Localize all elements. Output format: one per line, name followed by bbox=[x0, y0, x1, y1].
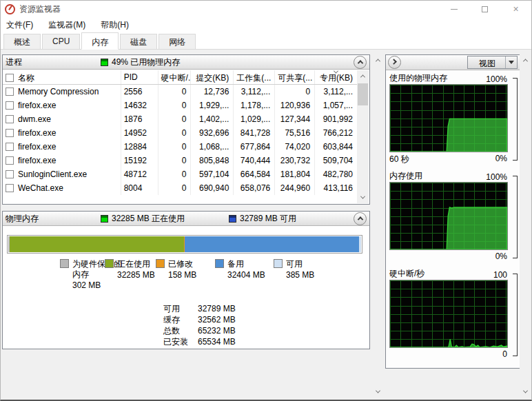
cell-commit: 1,929,... bbox=[191, 99, 234, 112]
titlebar[interactable]: 资源监视器 × bbox=[1, 1, 531, 17]
views-button[interactable]: 视图 bbox=[467, 56, 518, 69]
scroll-down-arrow[interactable] bbox=[520, 386, 531, 398]
chevron-up-icon bbox=[375, 59, 380, 63]
column-header-private[interactable]: 专用(KB) bbox=[315, 70, 357, 84]
cell-ws: 664,584 bbox=[234, 167, 275, 181]
charts-toolbar: 视图 bbox=[386, 55, 520, 70]
process-panel: 进程 49% 已用物理内存 名称 PID 硬中断/... 提交(KB) 工作集(… bbox=[2, 54, 370, 205]
select-all-checkbox[interactable] bbox=[6, 74, 14, 82]
standby-swatch-icon bbox=[215, 259, 224, 268]
close-icon: × bbox=[513, 4, 518, 14]
cell-ws: 1,029,... bbox=[234, 112, 275, 126]
cell-priv: 482,780 bbox=[315, 167, 357, 181]
left-pane-scrollbar[interactable] bbox=[372, 54, 383, 398]
cell-commit: 805,848 bbox=[191, 154, 234, 167]
scroll-up-arrow[interactable] bbox=[520, 54, 531, 66]
cell-pid: 15192 bbox=[121, 154, 158, 167]
column-header-working-set[interactable]: 工作集(... bbox=[234, 70, 275, 84]
tab-memory[interactable]: 内存 bbox=[81, 32, 119, 50]
chart-memory-usage: 内存使用 100% 0% bbox=[386, 168, 520, 266]
process-checkbox[interactable] bbox=[6, 115, 14, 123]
process-row[interactable]: firefox.exe151920805,848740,444230,73250… bbox=[3, 154, 357, 167]
available-swatch-icon bbox=[229, 215, 236, 223]
scroll-up-arrow[interactable] bbox=[372, 54, 383, 66]
column-header-pid[interactable]: PID bbox=[121, 70, 158, 84]
cell-pid: 8004 bbox=[121, 181, 158, 195]
process-checkbox[interactable] bbox=[6, 129, 14, 137]
process-checkbox[interactable] bbox=[6, 156, 14, 165]
column-header-hard-faults[interactable]: 硬中断/... bbox=[158, 70, 192, 84]
app-icon bbox=[5, 4, 15, 14]
tab-network[interactable]: 网络 bbox=[158, 34, 196, 49]
process-row[interactable]: SunloginClient.exe487120597,104664,58418… bbox=[3, 167, 357, 181]
right-pane-scrollbar[interactable] bbox=[520, 54, 531, 398]
views-button-label: 视图 bbox=[468, 56, 505, 68]
close-button[interactable]: × bbox=[500, 1, 531, 17]
expand-panel-button[interactable] bbox=[388, 56, 401, 69]
menu-file[interactable]: 文件(F) bbox=[6, 19, 33, 31]
available-label: 32789 MB 可用 bbox=[240, 213, 296, 225]
menu-monitor[interactable]: 监视器(M) bbox=[48, 19, 85, 31]
tab-overview[interactable]: 概述 bbox=[3, 34, 41, 49]
cell-share: 74,020 bbox=[275, 140, 315, 154]
chevron-up-icon bbox=[522, 59, 527, 63]
scroll-down-arrow[interactable] bbox=[357, 192, 369, 203]
cell-hard: 0 bbox=[158, 99, 192, 112]
cell-commit: 597,104 bbox=[191, 167, 234, 181]
process-panel-collapse-button[interactable] bbox=[354, 56, 367, 69]
process-row[interactable]: firefox.exe149520932,696841,72875,516766… bbox=[3, 126, 357, 140]
cell-priv: 509,704 bbox=[315, 154, 357, 167]
chart-axis-bracket bbox=[513, 78, 518, 161]
cell-ws: 1,178,... bbox=[234, 99, 275, 112]
views-dropdown-arrow[interactable] bbox=[505, 56, 517, 68]
cell-ws: 3,112,... bbox=[234, 85, 275, 99]
resource-monitor-window: 资源监视器 × 文件(F) 监视器(M) 帮助(H) 概述 CPU 内存 磁盘 … bbox=[0, 0, 532, 401]
scroll-up-arrow[interactable] bbox=[357, 70, 369, 82]
process-row[interactable]: firefox.exe1463201,929,...1,178,...120,9… bbox=[3, 99, 357, 112]
process-table-scrollbar[interactable] bbox=[357, 70, 369, 203]
tab-disk[interactable]: 磁盘 bbox=[120, 34, 157, 49]
cell-share: 0 bbox=[275, 85, 315, 99]
process-checkbox[interactable] bbox=[6, 101, 14, 110]
tab-cpu[interactable]: CPU bbox=[42, 34, 80, 49]
content-area: 进程 49% 已用物理内存 名称 PID 硬中断/... 提交(KB) 工作集(… bbox=[1, 50, 531, 400]
scroll-down-arrow[interactable] bbox=[372, 386, 383, 398]
column-header-shareable[interactable]: 可共享(... bbox=[275, 70, 315, 84]
cell-name: firefox.exe bbox=[3, 140, 121, 154]
minimize-button[interactable] bbox=[438, 1, 469, 17]
menu-help[interactable]: 帮助(H) bbox=[101, 19, 129, 31]
cell-share: 75,516 bbox=[275, 126, 315, 140]
maximize-button[interactable] bbox=[469, 1, 500, 17]
cell-pid: 1876 bbox=[121, 112, 158, 126]
memory-composition-bar-frame bbox=[7, 235, 362, 254]
scrollbar-thumb[interactable] bbox=[358, 83, 368, 105]
legend-in-use: 正在使用 32285 MB bbox=[105, 259, 155, 280]
physical-memory-collapse-button[interactable] bbox=[354, 212, 367, 225]
cell-commit: 690,940 bbox=[191, 181, 234, 195]
physical-memory-panel: 物理内存 32285 MB 正在使用 32789 MB 可用 为硬件保留的内存 … bbox=[2, 211, 370, 349]
process-row[interactable]: WeChat.exe80040690,940658,076244,960413,… bbox=[3, 181, 357, 195]
legend-free: 可用 385 MB bbox=[274, 259, 314, 280]
chart-ymin-label: 0% bbox=[495, 251, 507, 263]
cell-name: WeChat.exe bbox=[3, 181, 121, 195]
process-checkbox[interactable] bbox=[6, 88, 14, 96]
memory-bar-segment-in-use bbox=[10, 236, 183, 252]
cell-hard: 0 bbox=[158, 126, 192, 140]
column-header-name[interactable]: 名称 bbox=[3, 70, 121, 84]
process-checkbox[interactable] bbox=[6, 184, 14, 192]
process-row[interactable]: dwm.exe187601,402,...1,029,...127,344901… bbox=[3, 112, 357, 126]
in-use-swatch-icon bbox=[101, 215, 108, 223]
cell-pid: 48712 bbox=[121, 167, 158, 181]
chart-x-label: 60 秒 bbox=[389, 154, 409, 165]
column-header-commit[interactable]: 提交(KB) bbox=[191, 70, 234, 84]
process-row[interactable]: firefox.exe1288401,068,...677,86474,0206… bbox=[3, 140, 357, 154]
cell-share: 127,344 bbox=[275, 112, 315, 126]
process-checkbox[interactable] bbox=[6, 143, 14, 151]
cell-pid: 14632 bbox=[121, 99, 158, 112]
chart-plot-area bbox=[389, 280, 508, 348]
cell-hard: 0 bbox=[158, 181, 192, 195]
chevron-up-icon bbox=[360, 74, 365, 79]
in-use-swatch-icon bbox=[105, 259, 114, 268]
process-checkbox[interactable] bbox=[6, 170, 14, 178]
process-row[interactable]: Memory Compression2556012,7363,112,...03… bbox=[3, 85, 357, 99]
